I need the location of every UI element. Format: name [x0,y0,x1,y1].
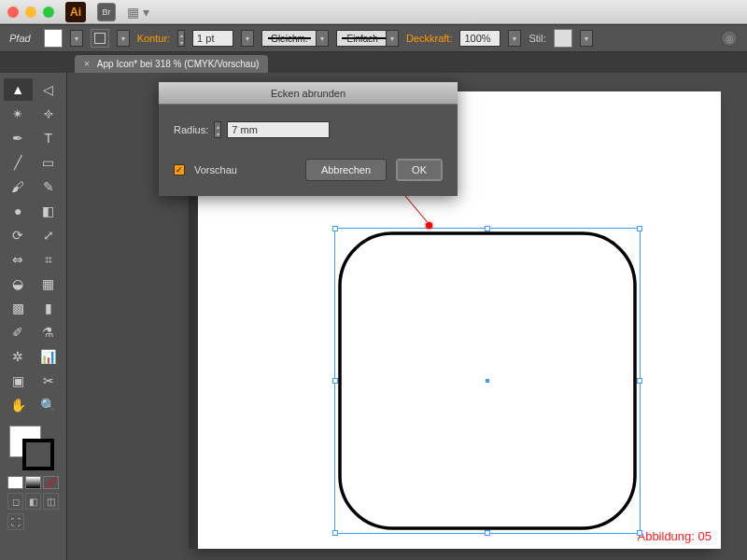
canvas-area[interactable]: Abbildung: 05 Ecken abrunden Radius: ▴▾ … [67,73,747,560]
stroke-swatch[interactable] [91,29,109,48]
style-label: Stil: [529,33,545,44]
cancel-button[interactable]: Abbrechen [305,159,387,181]
illustrator-app-icon: Ai [65,2,86,22]
tool-scale[interactable]: ⤢ [35,224,63,246]
resize-handle[interactable] [485,226,490,231]
draw-behind-icon[interactable]: ◧ [25,493,41,510]
tool-rectangle[interactable]: ▭ [35,151,63,174]
resize-handle[interactable] [332,226,338,231]
resize-handle[interactable] [637,530,642,536]
close-tab-icon[interactable]: × [84,59,90,69]
bridge-link-icon[interactable]: Br [97,3,116,21]
style-dropdown[interactable]: ▾ [580,30,593,47]
stroke-weight-stepper[interactable]: ▴▾ [177,30,185,47]
tool-magic-wand[interactable]: ✴ [4,103,33,125]
mac-titlebar: Ai Br ▦ ▾ [0,0,747,24]
document-setup-icon[interactable]: ◎ [721,30,738,47]
brush-dropdown[interactable]: ▾ [386,30,399,47]
tool-blob[interactable]: ● [4,200,33,222]
preview-label[interactable]: Vorschau [194,164,237,175]
tool-slice[interactable]: ✂ [35,370,63,392]
tool-lasso[interactable]: ᯽ [35,103,63,125]
tool-rotate[interactable]: ⟳ [4,224,33,246]
selection-bounding-box[interactable] [334,228,641,534]
stroke-label[interactable]: Kontur: [137,33,170,44]
stroke-weight-field[interactable]: 1 pt [192,30,233,47]
brush-label: Einfach [347,34,378,44]
tool-selection[interactable]: ▲ [4,78,33,101]
stroke-dropdown[interactable]: ▾ [117,30,130,47]
tool-mesh[interactable]: ▩ [4,297,33,319]
dialog-title: Ecken abrunden [159,82,458,105]
opacity-field[interactable]: 100% [459,30,500,47]
close-window-button[interactable] [7,7,19,18]
figure-caption: Abbildung: 05 [637,529,712,543]
color-mode-icon[interactable] [7,476,23,489]
tool-symbol-sprayer[interactable]: ✲ [4,345,33,368]
tool-artboard[interactable]: ▣ [4,370,33,392]
round-corners-dialog: Ecken abrunden Radius: ▴▾ 7 mm ✓ Vorscha… [159,82,458,196]
zoom-window-button[interactable] [43,7,54,18]
opacity-dropdown[interactable]: ▾ [508,30,521,47]
hint-dot-icon [426,222,432,229]
tool-width[interactable]: ⇔ [4,248,33,271]
radius-label: Radius: [174,124,208,135]
tool-shape-builder[interactable]: ◒ [4,273,33,295]
fill-stroke-control[interactable] [4,424,63,472]
profile-label: Gleichm. [271,34,307,44]
window-controls [7,7,54,18]
tool-free-transform[interactable]: ⌗ [35,248,63,271]
tool-pen[interactable]: ✒ [4,127,33,149]
radius-stepper[interactable]: ▴▾ [214,121,221,138]
graphic-style-swatch[interactable] [554,29,572,48]
tools-panel: ▲◁✴᯽✒T╱▭🖌✎●◧⟳⤢⇔⌗◒▦▩▮✐⚗✲📊▣✂✋🔍 ◻ ◧ ◫ ⛶ [0,73,67,560]
fill-dropdown[interactable]: ▾ [70,30,83,47]
tool-line[interactable]: ╱ [4,151,33,174]
tool-zoom[interactable]: 🔍 [35,394,63,416]
tool-perspective[interactable]: ▦ [35,273,63,295]
tool-eraser[interactable]: ◧ [35,200,63,222]
tool-brush[interactable]: 🖌 [4,175,33,198]
opacity-label[interactable]: Deckkraft: [406,33,453,44]
draw-inside-icon[interactable]: ◫ [43,493,59,510]
fill-swatch[interactable] [44,29,63,48]
tool-gradient[interactable]: ▮ [35,297,63,319]
preview-checkbox[interactable]: ✓ [174,164,185,175]
tool-graph[interactable]: 📊 [35,345,63,368]
tool-blend[interactable]: ⚗ [35,321,63,343]
stroke-box[interactable] [22,439,54,470]
resize-handle[interactable] [637,226,642,231]
document-tab[interactable]: × App Icon* bei 318 % (CMYK/Vorschau) [75,55,268,73]
tool-pencil[interactable]: ✎ [35,175,63,198]
ok-button[interactable]: OK [396,159,443,181]
tool-hand[interactable]: ✋ [4,394,33,416]
resize-handle[interactable] [332,530,338,536]
tool-eyedropper[interactable]: ✐ [4,321,33,343]
minimize-window-button[interactable] [25,7,36,18]
resize-handle[interactable] [485,530,490,536]
document-tab-bar: × App Icon* bei 318 % (CMYK/Vorschau) [0,52,747,73]
draw-normal-icon[interactable]: ◻ [7,493,23,510]
document-tab-title: App Icon* bei 318 % (CMYK/Vorschau) [97,59,259,69]
profile-dropdown[interactable]: ▾ [316,30,329,47]
selection-mode-label: Pfad [9,33,31,44]
center-point [486,379,489,383]
arrange-documents-icon[interactable]: ▦ ▾ [127,5,149,20]
tool-type[interactable]: T [35,127,63,149]
screen-mode-icon[interactable]: ⛶ [7,513,24,530]
radius-input[interactable]: 7 mm [227,121,330,138]
resize-handle[interactable] [637,378,642,384]
gradient-mode-icon[interactable] [25,476,41,489]
control-bar: Pfad ▾ ▾ Kontur: ▴▾ 1 pt▾ Gleichm. ▾ Ein… [0,24,747,52]
tool-direct-selection[interactable]: ◁ [35,78,63,101]
resize-handle[interactable] [332,378,338,384]
none-mode-icon[interactable] [43,476,59,489]
stroke-weight-dropdown[interactable]: ▾ [241,30,254,47]
